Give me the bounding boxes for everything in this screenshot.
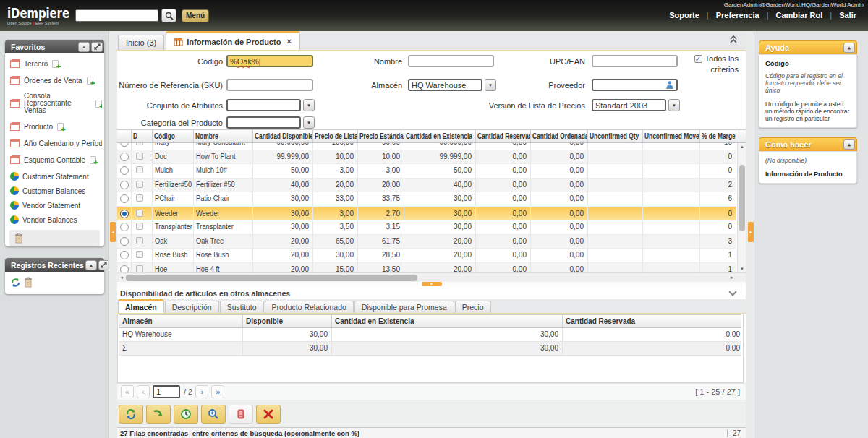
favorite-window-item[interactable]: Año Calendario y Período (10, 139, 102, 147)
column-header[interactable]: Código (153, 130, 194, 142)
row-radio[interactable] (120, 237, 129, 246)
precio-lista-input[interactable]: Standard 2003 (592, 99, 666, 111)
zoom-button[interactable] (201, 405, 226, 424)
row-checkbox[interactable] (136, 210, 143, 217)
table-row[interactable]: DocHow To Plant99.999,0010,0010,0099.999… (117, 150, 736, 165)
collapse-recent-button[interactable]: ▲ (85, 260, 97, 270)
row-checkbox[interactable] (136, 153, 143, 160)
collapse-favorites-button[interactable]: ▲ (78, 42, 90, 52)
table-row[interactable]: PChairPatio Chair30,0033,0033,7530,000,0… (117, 192, 736, 207)
first-page-button[interactable]: « (121, 385, 134, 398)
top-link-salir[interactable]: Salir (832, 11, 864, 20)
south-splitter[interactable]: ▼ (117, 282, 746, 287)
collapse-all-icon[interactable] (730, 35, 737, 45)
detail-column-header[interactable]: Cantidad Reservada (563, 315, 744, 327)
detail-tab-disponible-para-promesa[interactable]: Disponible para Promesa (354, 301, 454, 313)
favorite-report-item[interactable]: Customer Balances (10, 186, 102, 195)
favorite-window-item[interactable]: Esquema Contable (10, 155, 102, 164)
collapse-detail-icon[interactable] (728, 288, 736, 296)
detail-tab-almacén[interactable]: Almacén (118, 299, 164, 313)
column-header[interactable]: D (132, 130, 153, 142)
column-header[interactable]: Cantidad Ordenada (531, 130, 588, 142)
column-header[interactable]: Precio de Lista (313, 130, 358, 142)
atributos-dropdown-button[interactable]: ▼ (303, 99, 315, 111)
column-header[interactable]: Cantidad Reservada (476, 130, 531, 142)
favorite-report-item[interactable]: Vendor Statement (10, 201, 102, 210)
detail-tab-descripción[interactable]: Descripción (165, 301, 219, 313)
tab-home[interactable]: Inicio (3) (118, 35, 164, 50)
table-row[interactable]: HoeHoe 4 ft20,0015,0013,5020,000,000,001 (117, 263, 736, 273)
favorite-report-item[interactable]: Vendor Balances (10, 215, 102, 224)
refresh-button[interactable] (119, 405, 143, 424)
expand-favorites-button[interactable] (91, 42, 103, 52)
detail-column-header[interactable]: Disponible (243, 315, 332, 327)
column-header[interactable]: Cantidad Disponible (253, 130, 313, 142)
print-button[interactable] (229, 405, 253, 424)
page-number-input[interactable]: 1 (153, 385, 180, 398)
cancel-button[interactable] (256, 405, 281, 424)
table-row[interactable]: OakOak Tree20,0065,0061,7520,000,000,003 (117, 235, 736, 249)
row-radio[interactable] (120, 251, 129, 259)
almacen-input[interactable]: HQ Warehouse (408, 79, 482, 91)
left-splitter[interactable]: ◄ (109, 31, 117, 438)
history-button[interactable] (174, 405, 198, 424)
menu-button[interactable]: Menú (182, 9, 209, 22)
detail-tab-producto-relacionado[interactable]: Producto Relacionado (265, 301, 354, 313)
add-new-record-icon[interactable] (57, 123, 64, 131)
row-checkbox[interactable] (136, 237, 143, 244)
favorite-window-item[interactable]: Producto (10, 122, 102, 131)
detail-tab-precio[interactable]: Precio (455, 301, 491, 313)
favorite-window-item[interactable]: Tercero (10, 59, 102, 68)
row-radio[interactable] (120, 223, 129, 231)
add-new-record-icon[interactable] (95, 100, 102, 108)
table-row[interactable]: MulchMulch 10#50,003,003,0050,000,000,00… (117, 164, 736, 179)
row-checkbox[interactable] (136, 143, 143, 145)
row-checkbox[interactable] (136, 265, 143, 272)
favorite-report-item[interactable]: Customer Statement (10, 172, 102, 181)
favorite-window-item[interactable]: Consola Representante Ventas (10, 93, 102, 114)
top-link-preferencia[interactable]: Preferencia (709, 11, 767, 20)
column-header[interactable]: Unconfirmed Move (643, 130, 700, 142)
row-checkbox[interactable] (136, 223, 143, 230)
top-link-soporte[interactable]: Soporte (662, 11, 707, 20)
add-new-record-icon[interactable] (52, 60, 59, 68)
favorites-trash-bar[interactable] (9, 230, 100, 246)
scroll-up-icon[interactable]: ▲ (740, 145, 744, 149)
column-header[interactable]: Unconfirmed Qty (588, 130, 643, 142)
next-page-button[interactable]: › (195, 385, 208, 398)
row-checkbox[interactable] (136, 166, 143, 173)
categoria-dropdown-button[interactable]: ▼ (303, 116, 315, 129)
column-header[interactable]: Cantidad en Existencia (404, 130, 476, 142)
table-row[interactable]: MaryMary Consultant99.999,00100,0090,009… (117, 143, 736, 150)
table-row[interactable]: TransplanterTransplanter30,003,503,1530,… (117, 220, 736, 235)
row-radio[interactable] (120, 265, 129, 273)
row-radio[interactable] (120, 194, 129, 203)
detail-tab-sustituto[interactable]: Sustituto (220, 301, 264, 313)
vertical-scrollbar[interactable]: ▲ ▼ (737, 143, 746, 272)
vscroll-thumb[interactable] (739, 165, 745, 231)
categoria-input[interactable] (226, 116, 301, 129)
column-header[interactable]: Nombre (194, 130, 253, 142)
row-checkbox[interactable] (136, 194, 143, 202)
atributos-input[interactable] (226, 99, 301, 111)
last-page-button[interactable]: » (211, 385, 224, 398)
detail-column-header[interactable]: Almacén (119, 315, 243, 327)
row-radio[interactable] (120, 143, 129, 147)
column-header[interactable] (117, 130, 132, 142)
row-radio[interactable] (120, 166, 129, 175)
hscroll-thumb[interactable] (126, 275, 417, 281)
scroll-right-icon[interactable]: ► (730, 275, 734, 280)
table-row[interactable]: WeederWeeder30,003,002,7030,000,000,000 (117, 207, 736, 221)
detail-table-row[interactable]: Σ30,0030,000,00 (119, 342, 741, 356)
prev-page-button[interactable]: ‹ (137, 385, 150, 398)
horizontal-scrollbar[interactable]: ◄ ► (117, 272, 746, 282)
right-splitter[interactable]: ► (746, 31, 754, 438)
south-splitter-grip[interactable]: ▼ (422, 282, 442, 286)
right-splitter-grip[interactable]: ► (748, 222, 754, 242)
add-new-record-icon[interactable] (90, 156, 96, 164)
global-search-input[interactable] (75, 9, 158, 22)
column-header[interactable]: % de Margen (700, 130, 736, 142)
collapse-ayuda-button[interactable]: ▲ (843, 43, 855, 53)
scroll-down-icon[interactable]: ▼ (740, 267, 744, 271)
precio-lista-dropdown-button[interactable]: ▼ (668, 99, 680, 111)
